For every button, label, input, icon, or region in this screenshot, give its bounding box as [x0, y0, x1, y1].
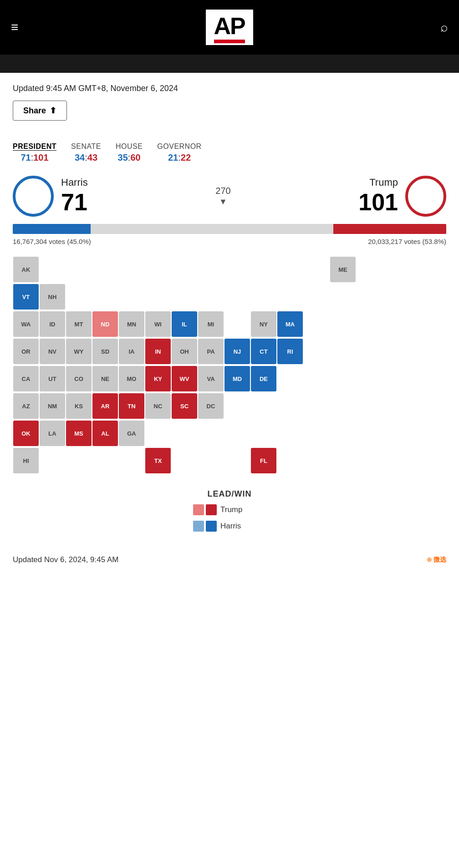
state-or[interactable]: OR: [13, 339, 39, 364]
tab-governor-score: 21 : 22: [168, 152, 191, 163]
state-nm[interactable]: NM: [40, 393, 65, 419]
tab-president[interactable]: PRESIDENT 71 : 101: [13, 142, 56, 163]
state-ar[interactable]: AR: [92, 393, 118, 419]
governor-blue-score: 21: [168, 152, 178, 163]
legend-trump-row: Trump: [193, 504, 284, 515]
state-nv[interactable]: NV: [40, 339, 65, 364]
state-empty-r7c2: [66, 448, 92, 473]
progress-blue-bar: [13, 224, 91, 234]
ap-logo-text: AP: [214, 14, 245, 38]
state-row-5: AZNMKSARTNNCSCDC: [13, 393, 446, 419]
state-ne[interactable]: NE: [92, 366, 118, 391]
harris-circle: [13, 176, 54, 217]
state-sc[interactable]: SC: [172, 393, 197, 419]
progress-bar: [13, 224, 446, 234]
votes-row: 16,767,304 votes (45.0%) 20,033,217 vote…: [13, 238, 446, 245]
state-vt[interactable]: VT: [13, 284, 39, 310]
state-tx[interactable]: TX: [145, 448, 171, 473]
harris-info: Harris 71: [61, 177, 88, 216]
state-md[interactable]: MD: [224, 366, 250, 391]
state-ca[interactable]: CA: [13, 366, 39, 391]
tab-governor-label: GOVERNOR: [157, 142, 201, 151]
legend-harris-row: Harris: [193, 521, 284, 532]
menu-icon[interactable]: ≡: [11, 21, 18, 34]
threshold-section: 270 ▼: [215, 186, 230, 207]
tab-governor[interactable]: GOVERNOR 21 : 22: [157, 142, 201, 163]
search-icon[interactable]: ⌕: [440, 20, 448, 35]
state-row-3: ORNVWYSDIAINOHPANJCTRI: [13, 338, 446, 365]
state-il[interactable]: IL: [172, 311, 197, 337]
trump-dark-swatch: [206, 504, 217, 515]
governor-red-score: 22: [181, 152, 191, 163]
trump-light-swatch: [193, 504, 204, 515]
tab-president-score: 71 : 101: [20, 152, 48, 163]
state-empty-r0c1: [40, 257, 65, 282]
state-sd[interactable]: SD: [92, 339, 118, 364]
state-ga[interactable]: GA: [119, 421, 144, 446]
state-wa[interactable]: WA: [13, 311, 39, 337]
state-de[interactable]: DE: [251, 366, 276, 391]
state-fl[interactable]: FL: [251, 448, 276, 473]
header: ≡ AP ⌕: [0, 0, 459, 55]
race-tabs: PRESIDENT 71 : 101 SENATE 34 : 43 HOUSE …: [13, 142, 446, 163]
state-pa[interactable]: PA: [198, 339, 224, 364]
state-map-grid: AKMEVTNHWAIDMTNDMNWIILMINYMAORNVWYSDIAIN…: [13, 256, 446, 475]
state-me[interactable]: ME: [330, 257, 356, 282]
state-va[interactable]: VA: [198, 366, 224, 391]
state-ok[interactable]: OK: [13, 421, 39, 446]
harris-dark-swatch: [206, 521, 217, 532]
state-empty-r0c5: [145, 257, 171, 282]
state-wi[interactable]: WI: [145, 311, 171, 337]
state-al[interactable]: AL: [92, 421, 118, 446]
updated-timestamp: Updated 9:45 AM GMT+8, November 6, 2024: [13, 84, 446, 93]
state-co[interactable]: CO: [66, 366, 92, 391]
state-ia[interactable]: IA: [119, 339, 144, 364]
candidates-row: Harris 71 270 ▼ Trump 101: [13, 176, 446, 217]
state-tn[interactable]: TN: [119, 393, 144, 419]
state-nj[interactable]: NJ: [224, 339, 250, 364]
state-hi[interactable]: HI: [13, 448, 39, 473]
tab-house[interactable]: HOUSE 35 : 60: [116, 142, 143, 163]
tab-house-label: HOUSE: [116, 142, 143, 151]
state-wy[interactable]: WY: [66, 339, 92, 364]
state-ut[interactable]: UT: [40, 366, 65, 391]
ap-logo-bar: [214, 40, 245, 43]
state-row-7: HITXFL: [13, 447, 446, 474]
state-ri[interactable]: RI: [277, 339, 303, 364]
state-wv[interactable]: WV: [172, 366, 197, 391]
state-ma[interactable]: MA: [277, 311, 303, 337]
president-red-score: 101: [33, 152, 48, 163]
state-la[interactable]: LA: [40, 421, 65, 446]
trump-circle: [405, 176, 446, 217]
state-empty-r7c3: [92, 448, 118, 473]
tab-senate[interactable]: SENATE 34 : 43: [71, 142, 101, 163]
state-mo[interactable]: MO: [119, 366, 144, 391]
state-nh[interactable]: NH: [40, 284, 65, 310]
state-nd[interactable]: ND: [92, 311, 118, 337]
state-ks[interactable]: KS: [66, 393, 92, 419]
progress-gray-bar: [91, 224, 333, 234]
state-dc[interactable]: DC: [198, 393, 224, 419]
state-ct[interactable]: CT: [251, 339, 276, 364]
state-mt[interactable]: MT: [66, 311, 92, 337]
state-mi[interactable]: MI: [198, 311, 224, 337]
state-empty-r0c4: [119, 257, 144, 282]
state-ms[interactable]: MS: [66, 421, 92, 446]
state-ny[interactable]: NY: [251, 311, 276, 337]
state-az[interactable]: AZ: [13, 393, 39, 419]
harris-light-swatch: [193, 521, 204, 532]
state-empty-r0c8: [224, 257, 250, 282]
state-empty-r7c7: [198, 448, 224, 473]
state-oh[interactable]: OH: [172, 339, 197, 364]
state-ak[interactable]: AK: [13, 257, 39, 282]
state-nc[interactable]: NC: [145, 393, 171, 419]
state-row-1: VTNH: [13, 284, 446, 310]
state-empty-r0c9: [251, 257, 276, 282]
state-in[interactable]: IN: [145, 339, 171, 364]
trump-info: Trump 101: [358, 177, 398, 216]
state-row-0: AKME: [13, 256, 446, 283]
state-ky[interactable]: KY: [145, 366, 171, 391]
state-id[interactable]: ID: [40, 311, 65, 337]
share-button[interactable]: Share ⬆: [13, 101, 67, 121]
state-mn[interactable]: MN: [119, 311, 144, 337]
